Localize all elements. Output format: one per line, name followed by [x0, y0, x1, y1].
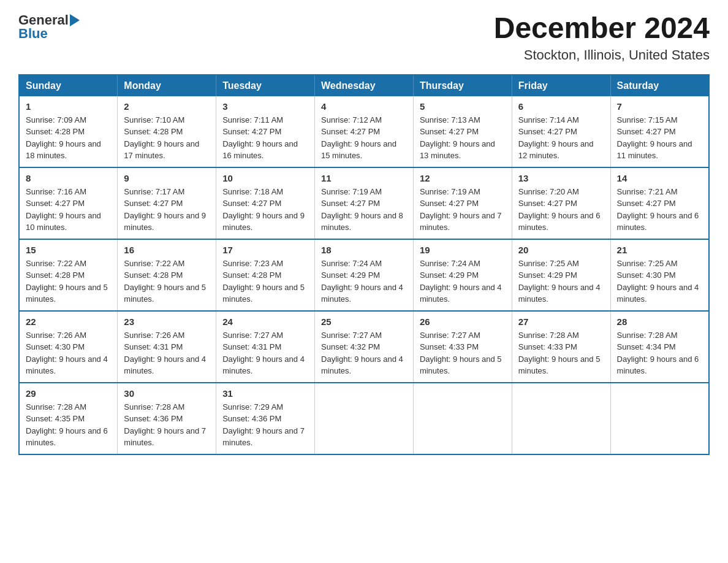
calendar-cell: 2Sunrise: 7:10 AMSunset: 4:28 PMDaylight…: [118, 96, 216, 167]
logo: General Blue: [18, 12, 81, 42]
day-info: Sunrise: 7:23 AMSunset: 4:28 PMDaylight:…: [222, 258, 308, 305]
day-number: 10: [222, 173, 308, 183]
day-number: 28: [617, 316, 702, 327]
day-info: Sunrise: 7:29 AMSunset: 4:36 PMDaylight:…: [222, 401, 308, 449]
day-info: Sunrise: 7:10 AMSunset: 4:28 PMDaylight:…: [124, 114, 210, 162]
day-number: 26: [420, 316, 506, 327]
day-number: 5: [420, 101, 506, 112]
day-number: 3: [222, 101, 308, 112]
page-header: General Blue December 2024 Stockton, Ill…: [18, 12, 710, 63]
day-number: 18: [321, 245, 407, 255]
day-number: 6: [518, 101, 604, 112]
day-number: 11: [321, 173, 407, 183]
calendar-cell: 4Sunrise: 7:12 AMSunset: 4:27 PMDaylight…: [315, 96, 414, 167]
calendar-cell: [413, 383, 512, 454]
day-header-sunday: Sunday: [19, 75, 118, 96]
calendar-cell: 15Sunrise: 7:22 AMSunset: 4:28 PMDayligh…: [19, 239, 118, 311]
day-info: Sunrise: 7:27 AMSunset: 4:32 PMDaylight:…: [321, 329, 407, 377]
day-info: Sunrise: 7:22 AMSunset: 4:28 PMDaylight:…: [26, 258, 111, 305]
calendar-week-row: 29Sunrise: 7:28 AMSunset: 4:35 PMDayligh…: [19, 383, 709, 454]
calendar-cell: 8Sunrise: 7:16 AMSunset: 4:27 PMDaylight…: [19, 167, 118, 239]
calendar-cell: [512, 383, 610, 454]
day-info: Sunrise: 7:28 AMSunset: 4:36 PMDaylight:…: [124, 401, 210, 449]
day-number: 2: [124, 101, 210, 112]
calendar-cell: 19Sunrise: 7:24 AMSunset: 4:29 PMDayligh…: [413, 239, 512, 311]
day-info: Sunrise: 7:21 AMSunset: 4:27 PMDaylight:…: [617, 186, 702, 234]
day-info: Sunrise: 7:26 AMSunset: 4:31 PMDaylight:…: [124, 329, 210, 377]
month-title: December 2024: [494, 12, 710, 45]
day-info: Sunrise: 7:18 AMSunset: 4:27 PMDaylight:…: [222, 186, 308, 234]
calendar-cell: 25Sunrise: 7:27 AMSunset: 4:32 PMDayligh…: [315, 311, 414, 383]
day-info: Sunrise: 7:25 AMSunset: 4:30 PMDaylight:…: [617, 258, 702, 305]
day-number: 27: [518, 316, 604, 327]
day-number: 14: [617, 173, 702, 183]
day-number: 30: [124, 388, 210, 399]
day-info: Sunrise: 7:26 AMSunset: 4:30 PMDaylight:…: [26, 329, 111, 377]
calendar-cell: [315, 383, 414, 454]
day-info: Sunrise: 7:20 AMSunset: 4:27 PMDaylight:…: [518, 186, 604, 234]
calendar-cell: 24Sunrise: 7:27 AMSunset: 4:31 PMDayligh…: [216, 311, 315, 383]
day-header-thursday: Thursday: [413, 75, 512, 96]
calendar-cell: 31Sunrise: 7:29 AMSunset: 4:36 PMDayligh…: [216, 383, 315, 454]
day-info: Sunrise: 7:15 AMSunset: 4:27 PMDaylight:…: [617, 114, 702, 162]
calendar-week-row: 8Sunrise: 7:16 AMSunset: 4:27 PMDaylight…: [19, 167, 709, 239]
day-info: Sunrise: 7:14 AMSunset: 4:27 PMDaylight:…: [518, 114, 604, 162]
day-header-tuesday: Tuesday: [216, 75, 315, 96]
calendar-header-row: SundayMondayTuesdayWednesdayThursdayFrid…: [19, 75, 709, 96]
day-info: Sunrise: 7:16 AMSunset: 4:27 PMDaylight:…: [26, 186, 111, 234]
calendar-cell: 7Sunrise: 7:15 AMSunset: 4:27 PMDaylight…: [610, 96, 709, 167]
calendar-cell: 30Sunrise: 7:28 AMSunset: 4:36 PMDayligh…: [118, 383, 216, 454]
calendar-cell: 1Sunrise: 7:09 AMSunset: 4:28 PMDaylight…: [19, 96, 118, 167]
day-info: Sunrise: 7:24 AMSunset: 4:29 PMDaylight:…: [321, 258, 407, 305]
day-number: 9: [124, 173, 210, 183]
calendar-cell: 11Sunrise: 7:19 AMSunset: 4:27 PMDayligh…: [315, 167, 414, 239]
day-number: 31: [222, 388, 308, 399]
day-info: Sunrise: 7:27 AMSunset: 4:33 PMDaylight:…: [420, 329, 506, 377]
calendar-cell: 6Sunrise: 7:14 AMSunset: 4:27 PMDaylight…: [512, 96, 610, 167]
day-number: 17: [222, 245, 308, 255]
day-number: 19: [420, 245, 506, 255]
day-number: 24: [222, 316, 308, 327]
day-info: Sunrise: 7:22 AMSunset: 4:28 PMDaylight:…: [124, 258, 210, 305]
calendar-cell: 18Sunrise: 7:24 AMSunset: 4:29 PMDayligh…: [315, 239, 414, 311]
day-info: Sunrise: 7:28 AMSunset: 4:34 PMDaylight:…: [617, 329, 702, 377]
day-number: 12: [420, 173, 506, 183]
calendar-cell: 9Sunrise: 7:17 AMSunset: 4:27 PMDaylight…: [118, 167, 216, 239]
day-info: Sunrise: 7:11 AMSunset: 4:27 PMDaylight:…: [222, 114, 308, 162]
calendar-cell: 26Sunrise: 7:27 AMSunset: 4:33 PMDayligh…: [413, 311, 512, 383]
calendar-cell: 10Sunrise: 7:18 AMSunset: 4:27 PMDayligh…: [216, 167, 315, 239]
day-number: 7: [617, 101, 702, 112]
day-number: 16: [124, 245, 210, 255]
calendar-cell: 17Sunrise: 7:23 AMSunset: 4:28 PMDayligh…: [216, 239, 315, 311]
location: Stockton, Illinois, United States: [494, 47, 710, 63]
day-number: 8: [26, 173, 111, 183]
day-info: Sunrise: 7:27 AMSunset: 4:31 PMDaylight:…: [222, 329, 308, 377]
calendar-cell: 12Sunrise: 7:19 AMSunset: 4:27 PMDayligh…: [413, 167, 512, 239]
day-info: Sunrise: 7:28 AMSunset: 4:35 PMDaylight:…: [26, 401, 111, 449]
day-number: 23: [124, 316, 210, 327]
day-number: 15: [26, 245, 111, 255]
calendar-cell: 20Sunrise: 7:25 AMSunset: 4:29 PMDayligh…: [512, 239, 610, 311]
day-header-wednesday: Wednesday: [315, 75, 414, 96]
day-info: Sunrise: 7:19 AMSunset: 4:27 PMDaylight:…: [321, 186, 407, 234]
logo-arrow-icon: [70, 14, 80, 26]
calendar-cell: 16Sunrise: 7:22 AMSunset: 4:28 PMDayligh…: [118, 239, 216, 311]
calendar-cell: [610, 383, 709, 454]
day-header-monday: Monday: [118, 75, 216, 96]
day-number: 25: [321, 316, 407, 327]
day-number: 21: [617, 245, 702, 255]
day-info: Sunrise: 7:09 AMSunset: 4:28 PMDaylight:…: [26, 114, 111, 162]
day-header-saturday: Saturday: [610, 75, 709, 96]
day-number: 1: [26, 101, 111, 112]
calendar-cell: 21Sunrise: 7:25 AMSunset: 4:30 PMDayligh…: [610, 239, 709, 311]
day-info: Sunrise: 7:24 AMSunset: 4:29 PMDaylight:…: [420, 258, 506, 305]
logo-blue-text: Blue: [18, 26, 48, 42]
calendar-cell: 27Sunrise: 7:28 AMSunset: 4:33 PMDayligh…: [512, 311, 610, 383]
calendar-cell: 29Sunrise: 7:28 AMSunset: 4:35 PMDayligh…: [19, 383, 118, 454]
day-number: 29: [26, 388, 111, 399]
calendar-cell: 5Sunrise: 7:13 AMSunset: 4:27 PMDaylight…: [413, 96, 512, 167]
day-number: 22: [26, 316, 111, 327]
calendar-cell: 3Sunrise: 7:11 AMSunset: 4:27 PMDaylight…: [216, 96, 315, 167]
title-section: December 2024 Stockton, Illinois, United…: [494, 12, 710, 63]
day-info: Sunrise: 7:17 AMSunset: 4:27 PMDaylight:…: [124, 186, 210, 234]
